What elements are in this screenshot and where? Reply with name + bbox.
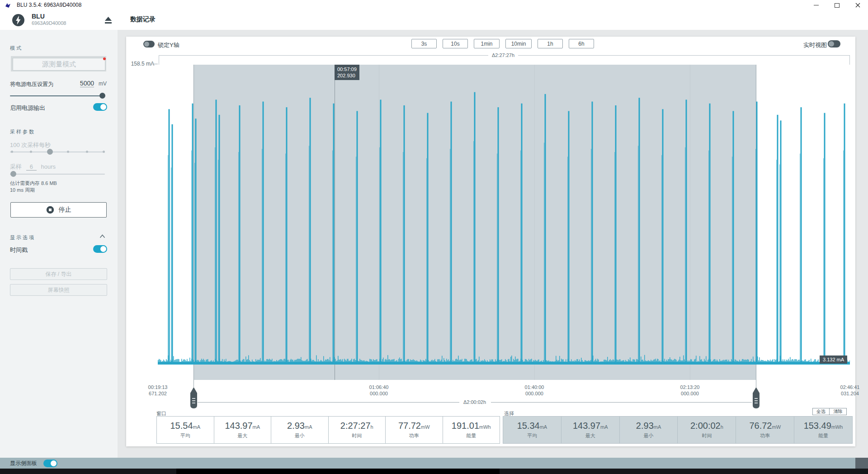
current-waveform[interactable] <box>158 65 850 380</box>
lock-y-axis-label: 锁定Y轴 <box>158 41 179 49</box>
voltage-slider[interactable] <box>10 93 105 99</box>
sample-rate-track <box>10 152 105 152</box>
stat-cell-最大: 143.97mA最大 <box>561 417 619 443</box>
app-header: BLU 6963A9D40008 数据记录 <box>0 10 868 30</box>
stat-cell-时间: 2:27:27h时间 <box>328 417 386 443</box>
power-bolt-icon <box>12 14 25 27</box>
stat-cell-能量: 191.01mWh能量 <box>443 417 500 443</box>
device-serial: 6963A9D40008 <box>32 20 66 26</box>
toggle-knob <box>829 41 834 47</box>
selection-handle-left[interactable] <box>190 387 197 408</box>
cursor-time: 00:57:09 <box>337 66 357 72</box>
taskbar-strip <box>0 469 868 474</box>
save-export-label: 保存 / 导出 <box>45 270 71 278</box>
device-name: BLU <box>32 13 45 20</box>
zoom-preset-10min[interactable]: 10min <box>505 39 532 48</box>
zoom-preset-6h[interactable]: 6h <box>569 39 594 48</box>
sampling-section-header: 采样参数 <box>10 128 35 135</box>
y-axis-top-tick: 158.5 mA <box>126 61 154 67</box>
lock-y-axis-toggle[interactable] <box>143 41 155 47</box>
bottom-bar: 显示侧面板 <box>0 458 855 469</box>
window-delta-line <box>159 55 488 56</box>
voltage-row: 将电源电压设置为 5000 mV <box>10 80 107 88</box>
x-axis-tick: 02:13:20000.000 <box>680 384 700 397</box>
stat-cell-最小: 2.93mA最小 <box>619 417 678 443</box>
sample-duration-value[interactable]: 6 <box>26 163 37 171</box>
x-axis-tick: 00:19:13671.202 <box>148 384 168 397</box>
live-view-toggle[interactable] <box>828 40 840 47</box>
minimize-button[interactable] <box>806 0 826 10</box>
screenshot-button[interactable]: 屏幕快照 <box>10 284 107 296</box>
live-view-label: 实时视图 <box>803 41 827 49</box>
x-axis-tick: 02:46:41031.204 <box>840 384 860 397</box>
maximize-button[interactable] <box>826 0 847 10</box>
show-side-panel-label: 显示侧面板 <box>10 460 37 467</box>
x-axis-tick: 01:40:00000.000 <box>525 384 544 397</box>
sample-duration-slider[interactable] <box>10 171 105 178</box>
selection-action-group: 全选 清除 <box>812 408 847 415</box>
timestamp-toggle[interactable] <box>93 245 107 253</box>
period-note: 10 ms 周期 <box>10 187 35 194</box>
slider-dot <box>103 151 105 153</box>
memory-estimate: 估计需要内存 8.6 MB <box>10 180 57 187</box>
stat-cell-时间: 2:00:02h时间 <box>677 417 736 443</box>
window-stats-box: 15.54mA平均143.97mA最大2.93mA最小2:27:27h时间77.… <box>156 416 500 444</box>
handle-grip-icon <box>190 387 197 408</box>
power-output-toggle[interactable] <box>93 103 107 111</box>
zoom-preset-1h[interactable]: 1h <box>538 39 563 48</box>
window-delta-tick <box>849 55 850 65</box>
mode-selector-button[interactable]: 源测量模式 <box>11 56 106 71</box>
app-icon <box>5 2 11 8</box>
selection-delta-line <box>198 402 459 403</box>
cursor-tooltip: 00:57:09 202.930 <box>335 65 359 80</box>
handle-grip-icon <box>753 387 760 408</box>
x-axis-tick: 01:06:40000.000 <box>369 384 389 397</box>
stat-cell-最小: 2.93mA最小 <box>271 417 328 443</box>
sample-duration-knob[interactable] <box>10 171 16 177</box>
sample-duration-track <box>10 174 105 175</box>
slider-dot <box>11 151 13 153</box>
zoom-preset-1min[interactable]: 1min <box>474 39 500 48</box>
close-button[interactable] <box>847 0 868 10</box>
save-export-button[interactable]: 保存 / 导出 <box>10 268 107 280</box>
y-tick-line <box>151 64 158 64</box>
voltage-value[interactable]: 5000 <box>80 80 94 87</box>
zoom-preset-3s[interactable]: 3s <box>411 39 437 48</box>
display-section-header: 显示选项 <box>10 234 35 241</box>
tab-data-recording[interactable]: 数据记录 <box>130 15 156 24</box>
mode-selector-label: 源测量模式 <box>13 58 105 71</box>
baseline-current-tag: 3.132 mA <box>820 356 847 364</box>
data-recording-panel: 锁定Y轴 3s10s1min10min1h6h 实时视图 Δ2:27:27h 1… <box>126 37 855 446</box>
timestamp-label: 时间戳 <box>10 246 28 254</box>
stop-button-label: 停止 <box>59 206 71 214</box>
close-icon <box>855 3 860 8</box>
sample-rate-knob[interactable] <box>47 149 53 155</box>
show-side-panel-toggle[interactable] <box>43 460 57 467</box>
minimize-icon <box>814 5 819 5</box>
slider-dot <box>67 151 69 153</box>
stop-button[interactable]: 停止 <box>10 202 107 218</box>
x-axis: 00:19:13671.20201:06:40000.00001:40:0000… <box>158 384 850 398</box>
zoom-preset-group: 3s10s1min10min1h6h <box>411 39 594 48</box>
stat-cell-平均: 15.34mA平均 <box>503 417 561 443</box>
taskbar-segment <box>176 469 500 474</box>
stat-cell-功率: 76.72mW功率 <box>736 417 794 443</box>
window-title: BLU 3.5.4: 6963A9D40008 <box>17 2 81 8</box>
select-all-button[interactable]: 全选 <box>812 408 830 415</box>
selection-delta-label: Δ2:00:02h <box>463 399 486 405</box>
toggle-knob <box>51 460 57 466</box>
window-delta-tick <box>159 55 159 65</box>
sidebar: 模式 源测量模式 将电源电压设置为 5000 mV 启用电源输出 采样参数 10… <box>0 30 118 458</box>
sample-duration-row: 采样 6 hours <box>10 163 56 171</box>
power-output-label: 启用电源输出 <box>10 104 45 112</box>
chevron-up-icon[interactable] <box>99 234 105 238</box>
cursor-value: 202.930 <box>337 72 357 79</box>
selection-handle-right[interactable] <box>753 387 760 408</box>
eject-icon[interactable] <box>104 16 113 24</box>
mode-section-header: 模式 <box>10 45 23 52</box>
voltage-slider-knob[interactable] <box>99 93 105 99</box>
maximize-icon <box>835 3 840 8</box>
zoom-preset-10s[interactable]: 10s <box>443 39 468 48</box>
sample-rate-slider[interactable] <box>10 148 105 156</box>
clear-selection-button[interactable]: 清除 <box>830 408 847 415</box>
